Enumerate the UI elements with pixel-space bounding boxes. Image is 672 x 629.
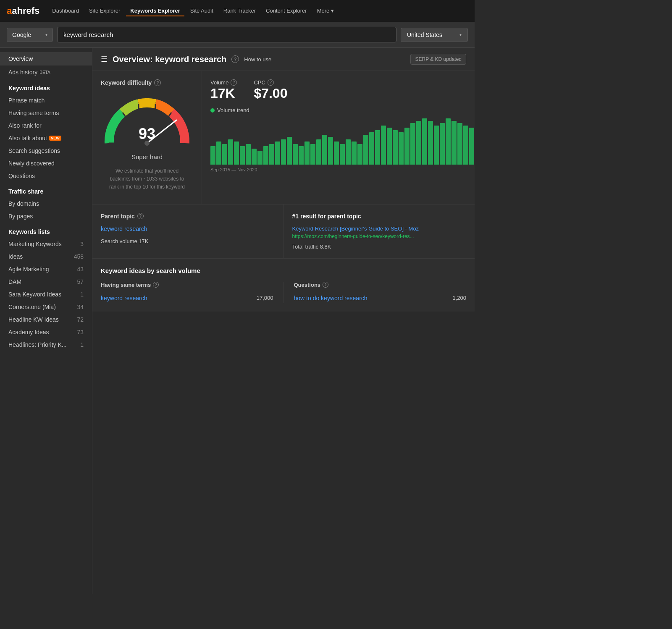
sidebar-list-marketing-keywords[interactable]: Marketing Keywords3 bbox=[0, 238, 92, 250]
sidebar-item-phrase-match[interactable]: Phrase match bbox=[0, 94, 92, 107]
chart-date-range: Sep 2015 — Nov 2020 bbox=[210, 167, 475, 172]
sidebar-list-headlines-priority[interactable]: Headlines: Priority K...1 bbox=[0, 338, 92, 351]
top-result-traffic: Total traffic 8.8K bbox=[292, 244, 467, 250]
chart-bar bbox=[416, 121, 421, 165]
having-same-terms-help-icon[interactable]: ? bbox=[153, 282, 159, 288]
chart-bar bbox=[387, 128, 392, 165]
parent-topic-title: Parent topic ? bbox=[101, 213, 275, 220]
sidebar-item-newly-discovered[interactable]: Newly discovered bbox=[0, 157, 92, 170]
cpc-metric: CPC ? $7.00 bbox=[254, 79, 287, 101]
chart-bar bbox=[281, 139, 286, 165]
cpc-value: $7.00 bbox=[254, 86, 287, 101]
gauge-container: 93 Super hard We estimate that you'll ne… bbox=[101, 93, 193, 196]
chart-bar bbox=[246, 144, 251, 165]
chart-bar bbox=[422, 118, 427, 165]
ideas-keyword-1[interactable]: keyword research bbox=[101, 295, 147, 301]
search-bar: Google ▾ United States ▾ bbox=[0, 22, 475, 48]
chart-bar bbox=[363, 135, 368, 165]
svg-text:93: 93 bbox=[139, 125, 155, 142]
ideas-cols: Having same terms ? keyword research 17,… bbox=[101, 282, 466, 303]
chart-bar bbox=[399, 132, 404, 165]
questions-help-icon[interactable]: ? bbox=[323, 282, 328, 288]
chart-bar bbox=[287, 137, 292, 165]
sidebar-item-ads-history[interactable]: Ads history BETA bbox=[0, 66, 92, 79]
volume-chart: 20K 0 Sep 2015 — Nov 2020 bbox=[210, 118, 475, 173]
chart-bar bbox=[434, 126, 439, 165]
help-icon[interactable]: ? bbox=[231, 55, 239, 63]
chart-bar bbox=[469, 128, 474, 165]
cards-row: Keyword difficulty ? bbox=[92, 71, 475, 204]
how-to-use-link[interactable]: How to use bbox=[244, 56, 271, 63]
volume-card: Volume ? 17K CPC ? $7.00 bbox=[202, 71, 475, 204]
top-result-col: #1 result for parent topic Keyword Resea… bbox=[284, 204, 475, 258]
volume-help-icon[interactable]: ? bbox=[231, 79, 237, 86]
nav-link-rank-tracker[interactable]: Rank Tracker bbox=[219, 6, 260, 16]
chart-bar bbox=[352, 142, 357, 165]
volume-label: Volume ? bbox=[210, 79, 237, 86]
sidebar-list-dam[interactable]: DAM57 bbox=[0, 275, 92, 288]
nav-link-site-audit[interactable]: Site Audit bbox=[186, 6, 218, 16]
country-select[interactable]: United States ▾ bbox=[401, 28, 468, 42]
sidebar-item-by-pages[interactable]: By pages bbox=[0, 210, 92, 223]
questions-col: Questions ? how to do keyword research 1… bbox=[284, 282, 467, 303]
chart-bar bbox=[381, 126, 386, 165]
keyword-ideas-section: Keyword ideas by search volume Having sa… bbox=[92, 259, 475, 312]
sidebar-list-academy-ideas[interactable]: Academy Ideas73 bbox=[0, 326, 92, 338]
chart-bar bbox=[257, 151, 262, 165]
nav-link-dashboard[interactable]: Dashboard bbox=[48, 6, 83, 16]
sidebar-item-having-same-terms[interactable]: Having same terms bbox=[0, 107, 92, 119]
chart-bar bbox=[275, 142, 280, 165]
chart-bar bbox=[234, 142, 239, 165]
chart-bar bbox=[346, 139, 351, 165]
parent-topic-help-icon[interactable]: ? bbox=[137, 213, 144, 219]
chart-bars-container bbox=[210, 118, 475, 165]
questions-keyword-1[interactable]: how to do keyword research bbox=[294, 295, 368, 301]
sidebar-list-headline-kw-ideas[interactable]: Headline KW Ideas72 bbox=[0, 313, 92, 326]
chart-bar bbox=[446, 118, 451, 165]
questions-row-1: how to do keyword research 1,200 bbox=[294, 293, 467, 303]
serp-badge: SERP & KD updated bbox=[410, 54, 466, 65]
volume-metric: Volume ? 17K bbox=[210, 79, 237, 101]
search-input[interactable] bbox=[57, 27, 396, 42]
nav-link-more[interactable]: More ▾ bbox=[313, 6, 338, 16]
sidebar-item-by-domains[interactable]: By domains bbox=[0, 197, 92, 210]
sidebar-item-search-suggestions[interactable]: Search suggestions bbox=[0, 144, 92, 157]
cpc-help-icon[interactable]: ? bbox=[268, 79, 274, 86]
engine-chevron: ▾ bbox=[45, 32, 47, 37]
engine-select[interactable]: Google ▾ bbox=[7, 28, 53, 42]
sidebar-item-also-talk-about[interactable]: Also talk about NEW bbox=[0, 132, 92, 144]
logo[interactable]: aahrefs bbox=[7, 5, 39, 16]
gauge-description: We estimate that you'll need backlinks f… bbox=[101, 167, 193, 191]
top-result-url[interactable]: https://moz.com/beginners-guide-to-seo/k… bbox=[292, 233, 467, 239]
top-result-title-link[interactable]: Keyword Research [Beginner's Guide to SE… bbox=[292, 225, 467, 232]
chart-bar bbox=[269, 144, 274, 165]
chart-bar bbox=[375, 130, 380, 165]
hamburger-icon[interactable]: ☰ bbox=[101, 55, 108, 64]
nav-link-keywords-explorer[interactable]: Keywords Explorer bbox=[126, 6, 184, 16]
sidebar-list-cornerstone[interactable]: Cornerstone (Mia)34 bbox=[0, 301, 92, 313]
chart-bar bbox=[304, 142, 310, 165]
engine-label: Google bbox=[12, 31, 31, 38]
nav-link-site-explorer[interactable]: Site Explorer bbox=[85, 6, 124, 16]
sidebar-list-sara-keyword-ideas[interactable]: Sara Keyword Ideas1 bbox=[0, 288, 92, 301]
parent-topic-link[interactable]: keyword research bbox=[101, 225, 275, 232]
chart-bar bbox=[452, 121, 457, 165]
sidebar-item-questions[interactable]: Questions bbox=[0, 170, 92, 182]
volume-value: 17K bbox=[210, 86, 237, 101]
chart-bar bbox=[293, 144, 298, 165]
difficulty-help-icon[interactable]: ? bbox=[154, 79, 161, 86]
volume-trend: Volume trend bbox=[210, 107, 475, 113]
top-result-title: #1 result for parent topic bbox=[292, 213, 467, 220]
sidebar-item-overview[interactable]: Overview bbox=[0, 52, 92, 66]
sidebar-item-also-rank-for[interactable]: Also rank for bbox=[0, 119, 92, 132]
nav-link-content-explorer[interactable]: Content Explorer bbox=[262, 6, 311, 16]
parent-topic-row: Parent topic ? keyword research Search v… bbox=[92, 204, 475, 259]
sidebar-list-agile-marketing[interactable]: Agile Marketing43 bbox=[0, 263, 92, 275]
chart-bar bbox=[369, 132, 374, 165]
chart-bar bbox=[428, 121, 433, 165]
chart-bar bbox=[216, 142, 221, 165]
top-nav: aahrefs Dashboard Site Explorer Keywords… bbox=[0, 0, 475, 22]
chart-bar bbox=[334, 142, 339, 165]
chart-bar bbox=[228, 139, 233, 165]
sidebar-list-ideas[interactable]: Ideas458 bbox=[0, 250, 92, 263]
